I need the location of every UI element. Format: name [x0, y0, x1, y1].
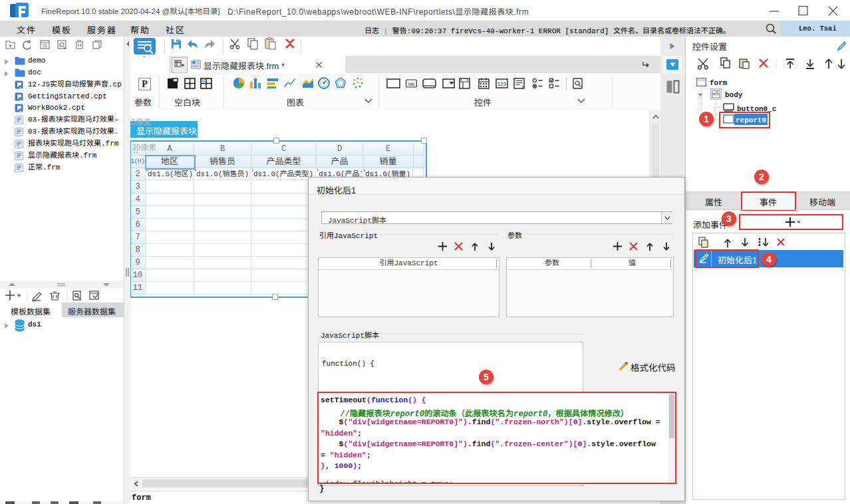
- svg-text:lab: lab: [408, 82, 414, 86]
- svg-text:123: 123: [497, 81, 507, 87]
